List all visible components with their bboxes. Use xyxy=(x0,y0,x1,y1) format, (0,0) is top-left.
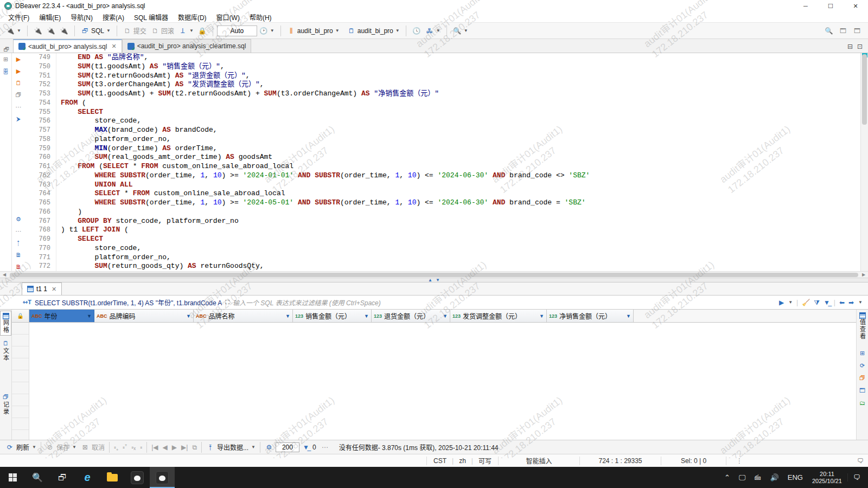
explain-plan-icon[interactable]: 🗇 xyxy=(15,91,23,99)
scroll-right-icon[interactable]: ▶ xyxy=(859,272,868,277)
expand-filter-icon[interactable]: ⛶ xyxy=(225,299,229,306)
maximize-button[interactable]: ☐ xyxy=(818,0,843,12)
dashboard-button[interactable]: 🕓 xyxy=(410,25,423,36)
first-page-icon[interactable]: |◀ xyxy=(149,442,160,452)
menu-item[interactable]: 导航(N) xyxy=(66,11,98,23)
more-actions-icon[interactable]: ⋯ xyxy=(15,103,23,111)
export-from-query-icon[interactable]: ⭫ xyxy=(15,239,23,247)
isolation-combo[interactable]: Auto xyxy=(217,25,257,36)
last-page-icon[interactable]: ▶| xyxy=(179,442,190,452)
execute-new-tab-icon[interactable]: ▶ xyxy=(15,67,23,75)
column-filter-caret-icon[interactable]: ▼ xyxy=(87,313,92,319)
database-selector[interactable]: ⫼audit_bi_pro▼ xyxy=(285,25,342,36)
rollback-button[interactable]: 🗋回滚 xyxy=(149,25,176,36)
panel-refresh-icon[interactable]: ⟳ xyxy=(858,362,866,370)
schema-selector[interactable]: 🗒audit_bi_pro▼ xyxy=(345,25,402,36)
filter-input[interactable]: 输入一个 SQL 表达式来过滤结果 (使用 Ctrl+Space) xyxy=(233,298,779,307)
search-button[interactable]: 🔍▼ xyxy=(451,25,470,36)
editor-vertical-scrollbar[interactable] xyxy=(860,53,868,271)
collapse-rows-icon[interactable]: ⹀ xyxy=(138,442,144,452)
more-actions2-icon[interactable]: ⋯ xyxy=(15,227,23,235)
fetch-all-icon[interactable]: ⧉ xyxy=(190,442,199,452)
close-button[interactable]: ✕ xyxy=(843,0,868,12)
maximize-editor-icon[interactable]: ⊡ xyxy=(857,43,863,50)
restore-panel-icon[interactable]: ⊞ xyxy=(2,55,10,63)
tab-analysis-sql[interactable]: <audit_bi_pro> analysis.sql ✕ xyxy=(13,39,122,53)
panel-layers-icon[interactable]: 🗇 xyxy=(858,374,866,382)
database-navigator-icon[interactable]: 🗄 xyxy=(2,68,10,76)
taskbar-app1[interactable] xyxy=(125,467,150,488)
taskbar-explorer[interactable] xyxy=(100,467,125,488)
column-header[interactable]: ABC年份▼ xyxy=(29,310,94,322)
quick-access-search-icon[interactable]: 🔍 xyxy=(825,27,833,35)
column-header[interactable]: 123发货调整金额（元）▼ xyxy=(450,310,547,322)
column-header[interactable]: 123退货金额（元）▼ xyxy=(372,310,450,322)
start-button[interactable] xyxy=(0,467,25,488)
sql-editor-button[interactable]: 🗗SQL▼ xyxy=(79,25,113,36)
tab-grid-view[interactable]: 网格 xyxy=(0,311,11,336)
column-header[interactable]: 123销售金额（元）▼ xyxy=(293,310,372,322)
layout-icon[interactable]: 🗖 xyxy=(853,27,861,35)
save-to-file-icon[interactable]: 🗎 xyxy=(15,251,23,259)
execute-statement-icon[interactable]: ▶ xyxy=(15,55,23,63)
save-button[interactable]: ⊘保存▼ xyxy=(43,441,79,453)
menu-item[interactable]: 帮助(H) xyxy=(245,11,277,23)
nav-back-icon[interactable]: ⬅ xyxy=(839,299,845,306)
add-row-icon[interactable]: ⹀₊ xyxy=(112,442,120,452)
menu-item[interactable]: 文件(F) xyxy=(3,11,34,23)
filter-settings-icon[interactable]: ⧩ xyxy=(814,299,820,306)
tray-volume-icon[interactable]: 🔊 xyxy=(767,473,783,481)
prev-page-icon[interactable]: ◀ xyxy=(161,442,170,452)
filter-funnel-icon[interactable]: ▼̲ xyxy=(824,299,830,306)
menu-item[interactable]: SQL 编辑器 xyxy=(129,11,173,23)
menu-item[interactable]: 搜索(A) xyxy=(98,11,129,23)
tab-value-viewer[interactable]: 值查看 xyxy=(857,311,868,342)
collapse-down-icon[interactable]: ▼ xyxy=(436,278,440,282)
editor-horizontal-scrollbar[interactable]: ◀ ▶ xyxy=(0,271,868,278)
menu-item[interactable]: 编辑(E) xyxy=(34,11,66,23)
panel-book-icon[interactable]: 🗂 xyxy=(858,399,866,407)
next-page-icon[interactable]: ▶ xyxy=(170,442,179,452)
duplicate-row-icon[interactable]: ⹀⁺ xyxy=(120,442,129,452)
commit-button[interactable]: 🗋提交 xyxy=(121,25,149,36)
tab-record-view[interactable]: 🗇 记录 xyxy=(0,391,11,417)
column-header[interactable]: ABC品牌编码▼ xyxy=(94,310,194,322)
column-filter-caret-icon[interactable]: ▼ xyxy=(539,313,544,319)
grid-empty-area[interactable] xyxy=(29,323,856,440)
expand-panel-icon[interactable]: ⮞ xyxy=(15,115,23,123)
transaction-log-button[interactable]: 🕑▼ xyxy=(257,25,277,36)
server-button[interactable]: 🖧▼ xyxy=(423,25,443,36)
tab-close-icon[interactable]: ✕ xyxy=(111,43,116,50)
minimize-button[interactable]: ─ xyxy=(793,0,818,12)
notification-bell-icon[interactable]: 🗨 xyxy=(857,457,864,465)
action-center-icon[interactable]: 🗨 xyxy=(847,473,866,481)
taskbar-ie[interactable]: e xyxy=(75,467,100,488)
tray-chevron-icon[interactable]: ⌃ xyxy=(720,473,734,481)
menu-item[interactable]: 数据库(D) xyxy=(173,11,212,23)
menu-item[interactable]: 窗口(W) xyxy=(212,11,245,23)
tray-network-icon[interactable]: 🖵 xyxy=(735,473,750,482)
nav-caret[interactable]: ▼ xyxy=(858,300,863,305)
results-tab-close-icon[interactable]: ✕ xyxy=(52,286,56,293)
panel-grid-icon[interactable]: ⊞ xyxy=(858,349,866,357)
column-filter-caret-icon[interactable]: ▼ xyxy=(186,313,191,319)
caret-position-label[interactable]: 724 : 1 : 29335 xyxy=(598,457,642,465)
collapse-up-icon[interactable]: ▲ xyxy=(428,278,432,282)
minimize-editor-icon[interactable]: ⊟ xyxy=(847,43,853,50)
tab-text-view[interactable]: 🗒 文本 xyxy=(0,338,11,363)
reconnect-button[interactable]: 🔌 xyxy=(44,25,58,36)
disconnect-button[interactable]: 🔌 xyxy=(58,25,71,36)
scroll-left-icon[interactable]: ◀ xyxy=(0,272,9,277)
task-view-button[interactable]: 🗗 xyxy=(50,467,75,488)
tray-language-label[interactable]: ENG xyxy=(784,473,807,481)
export-data-button[interactable]: ⭱导出数据...▼ xyxy=(204,441,258,453)
connect-button[interactable]: 🔌 xyxy=(31,25,44,36)
filter-history-caret[interactable]: ▼ xyxy=(788,300,793,305)
lock-button[interactable]: 🔒 xyxy=(196,25,209,36)
column-filter-caret-icon[interactable]: ▼ xyxy=(443,313,448,319)
transaction-mode-button[interactable]: Ʇ▼ xyxy=(176,25,196,36)
column-filter-caret-icon[interactable]: ▼ xyxy=(285,313,290,319)
taskbar-clock[interactable]: 20:11 2025/10/21 xyxy=(808,471,846,485)
column-filter-caret-icon[interactable]: ▼ xyxy=(626,313,631,319)
panel-layout-icon[interactable]: 🗔 xyxy=(858,387,866,395)
